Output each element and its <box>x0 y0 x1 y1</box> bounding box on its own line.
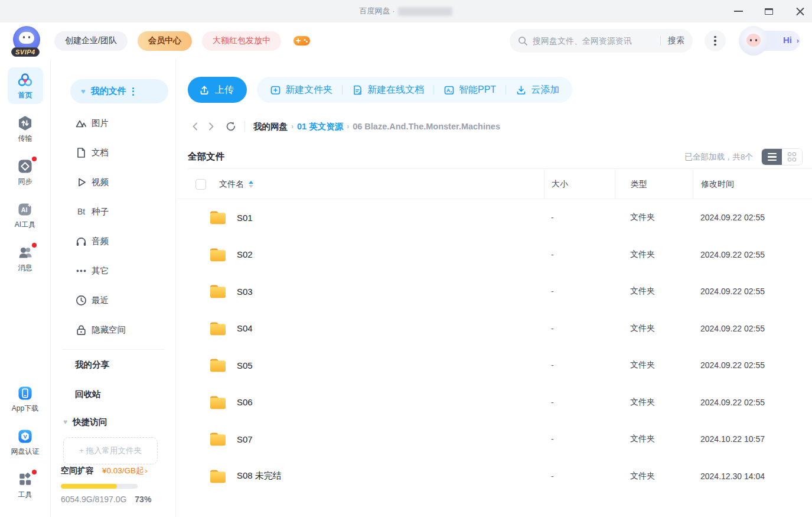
smart-ppt-button[interactable]: A 智能PPT <box>443 84 496 96</box>
file-name[interactable]: S02 <box>237 249 253 259</box>
cloud-add-button[interactable]: 云添加 <box>516 84 559 96</box>
folder-icon <box>209 210 227 225</box>
tools-badge <box>32 470 37 474</box>
sidebar-my-shares[interactable]: 我的分享 <box>51 350 175 379</box>
nav-app-download[interactable]: App下载 <box>8 381 43 417</box>
sidebar-item-images[interactable]: 图片 <box>51 108 175 138</box>
table-row[interactable]: S08 未完结 - 文件夹 2024.12.30 14:04 <box>177 458 812 495</box>
file-name[interactable]: S06 <box>237 397 253 407</box>
clock-icon <box>75 294 87 307</box>
maximize-button[interactable] <box>762 5 775 18</box>
messages-badge <box>32 243 37 248</box>
sidebar-recycle-bin[interactable]: 回收站 <box>51 379 175 409</box>
storage-percent-text: 73% <box>135 495 151 504</box>
refresh-button[interactable] <box>223 119 239 134</box>
sidebar-item-docs[interactable]: 文档 <box>51 138 175 167</box>
select-all-checkbox[interactable] <box>195 179 206 190</box>
account-entry[interactable]: Hi › <box>739 29 800 53</box>
table-row[interactable]: S01 - 文件夹 2024.09.22 02:55 <box>177 199 812 236</box>
file-type: 文件夹 <box>615 360 693 370</box>
list-view-button[interactable] <box>762 149 782 165</box>
new-folder-button[interactable]: 新建文件夹 <box>270 84 332 96</box>
nav-sync[interactable]: 同步 <box>8 154 43 190</box>
back-button[interactable] <box>188 119 203 134</box>
member-center-button[interactable]: 会员中心 <box>138 31 192 51</box>
nav-tools[interactable]: 工具 <box>8 467 43 503</box>
file-type: 文件夹 <box>615 212 693 223</box>
file-name[interactable]: S03 <box>237 287 253 297</box>
sync-badge <box>32 157 37 161</box>
folder-icon <box>209 357 227 373</box>
file-modified: 2024.09.22 02:55 <box>693 324 812 333</box>
new-folder-icon <box>270 84 281 96</box>
sidebar-item-hidden-space[interactable]: 隐藏空间 <box>51 315 175 344</box>
toolbar: 上传 新建文件夹 新建在线文档 A 智能PPT 云添加 <box>188 77 572 103</box>
sidebar-item-videos[interactable]: 视频 <box>51 167 175 197</box>
column-modified[interactable]: 修改时间 <box>701 179 734 190</box>
sidebar-item-other[interactable]: 其它 <box>51 256 175 285</box>
table-row[interactable]: S06 - 文件夹 2024.09.22 02:55 <box>177 384 812 421</box>
breadcrumb-bar: 我的网盘 › 01 英文资源 › 06 Blaze.And.The.Monste… <box>188 116 812 137</box>
grid-view-button[interactable] <box>782 149 802 165</box>
table-row[interactable]: S07 - 文件夹 2024.10.22 10:57 <box>177 421 812 458</box>
minimize-button[interactable] <box>732 5 745 18</box>
sidebar-item-torrents[interactable]: Bt 种子 <box>51 197 175 226</box>
chevron-left-icon <box>191 122 200 131</box>
nav-transfer[interactable]: 传输 <box>8 110 43 147</box>
nav-ai-tools[interactable]: AI AI工具 <box>8 197 43 233</box>
file-type: 文件夹 <box>615 471 693 482</box>
forward-button[interactable] <box>203 119 219 134</box>
close-button[interactable] <box>793 5 806 18</box>
chevron-right-icon <box>206 122 216 131</box>
action-separator <box>506 85 506 95</box>
nav-messages[interactable]: 消息 <box>8 240 43 277</box>
sidebar-my-files[interactable]: ♥ 我的文件 <box>70 79 168 103</box>
my-files-menu-icon[interactable] <box>132 87 134 96</box>
tools-icon <box>17 471 34 487</box>
breadcrumb-root[interactable]: 我的网盘 <box>253 121 288 132</box>
table-row[interactable]: S04 - 文件夹 2024.09.22 02:55 <box>177 310 812 347</box>
folder-icon <box>209 247 227 262</box>
search-bar[interactable]: 搜索 <box>510 29 693 53</box>
nav-certification[interactable]: V 网盘认证 <box>8 424 43 460</box>
table-row[interactable]: S02 - 文件夹 2024.09.22 02:55 <box>177 236 812 274</box>
column-size[interactable]: 大小 <box>552 179 568 190</box>
storage-progress-track <box>61 484 138 489</box>
table-row[interactable]: S05 - 文件夹 2024.09.22 02:55 <box>177 347 812 384</box>
file-modified: 2024.09.22 02:55 <box>693 360 812 370</box>
column-type[interactable]: 类型 <box>631 179 647 190</box>
table-row[interactable]: S03 - 文件夹 2024.09.22 02:55 <box>177 273 812 310</box>
create-team-button[interactable]: 创建企业/团队 <box>54 31 128 51</box>
file-name[interactable]: S08 未完结 <box>237 470 282 482</box>
sort-icon[interactable] <box>249 181 253 188</box>
file-name[interactable]: S04 <box>237 323 253 333</box>
breadcrumb-parent[interactable]: 01 英文资源 <box>297 121 343 132</box>
quick-access-dropzone[interactable]: + 拖入常用文件夹 <box>63 437 158 464</box>
app-download-icon <box>17 385 34 401</box>
file-name[interactable]: S07 <box>237 434 253 444</box>
file-type: 文件夹 <box>615 434 693 444</box>
red-packet-button[interactable]: 大额红包发放中 <box>202 31 281 51</box>
search-button[interactable]: 搜索 <box>668 35 684 46</box>
file-name[interactable]: S05 <box>237 360 253 370</box>
sidebar-item-audio[interactable]: 音频 <box>51 226 175 256</box>
search-input[interactable] <box>533 36 653 45</box>
svg-text:A: A <box>446 87 450 93</box>
sidebar-quick-access[interactable]: ♥ 快捷访问 <box>51 409 175 435</box>
nav-home[interactable]: 首页 <box>8 67 43 104</box>
file-sidebar: ♥ 我的文件 图片 文档 视频 Bt 种子 音频 其它 最近 <box>51 59 176 517</box>
file-name[interactable]: S01 <box>237 213 253 223</box>
user-logo[interactable]: SVIP4 <box>13 26 43 56</box>
play-icon <box>75 176 87 188</box>
storage-expand-link[interactable]: 空间扩容 <box>61 466 94 476</box>
minimize-icon <box>734 11 743 12</box>
folder-icon <box>209 469 227 484</box>
column-name[interactable]: 文件名 <box>219 179 244 190</box>
new-online-doc-button[interactable]: 新建在线文档 <box>352 84 424 96</box>
more-menu-button[interactable] <box>705 30 726 51</box>
sidebar-item-recent[interactable]: 最近 <box>51 285 175 315</box>
list-view-icon <box>768 153 777 161</box>
storage-price-link[interactable]: ¥0.03/GB起 <box>102 466 144 476</box>
gamepad-icon[interactable] <box>293 34 311 47</box>
upload-button[interactable]: 上传 <box>188 77 247 103</box>
